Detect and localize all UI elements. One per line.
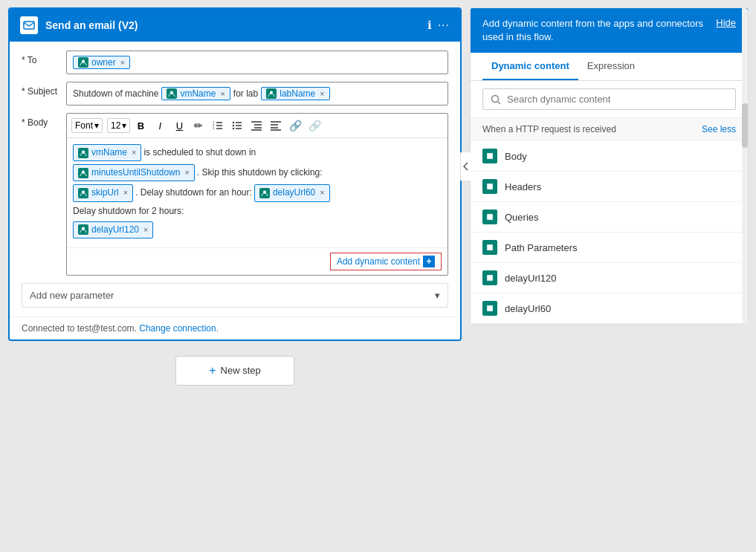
dynamic-item-delayurl120[interactable]: delayUrl120 [471,263,748,293]
body-line3-text1: . Delay shutdown for an hour: [135,186,252,200]
change-connection-link[interactable]: Change connection. [139,323,219,334]
subject-token2-label: labName [280,88,315,99]
indent-btn[interactable] [248,117,265,134]
add-param-chevron: ▾ [435,290,440,301]
body-token-minutes-close[interactable]: × [184,166,189,180]
dynamic-item-path-params-label: Path Parameters [505,242,578,253]
subject-token2[interactable]: labName × [261,87,329,100]
to-token-label: owner [91,57,116,68]
token-icon [78,168,88,178]
svg-rect-0 [24,22,34,29]
body-token-delayurl120-label: delayUrl120 [91,223,139,237]
body-line1: vmName × is scheduled to shut down in [73,144,442,161]
body-token-delayurl60[interactable]: delayUrl60 × [254,184,330,201]
ordered-list-btn[interactable]: 123 [209,117,227,134]
to-token-close[interactable]: × [120,58,125,67]
subject-field-row: * Subject Shutdown of machine vmName × f… [22,82,448,105]
subject-token2-close[interactable]: × [320,89,324,98]
bold-btn[interactable]: B [132,117,149,134]
search-area [471,81,748,118]
see-less-link[interactable]: See less [702,124,736,134]
svg-point-29 [492,95,499,102]
body-editor[interactable]: Font ▾ 12 ▾ B I U ✏ [66,113,448,276]
new-step-label: New step [221,365,261,376]
to-input[interactable]: owner × [66,51,448,74]
panel-collapse-arrow[interactable] [460,152,471,181]
highlight-btn[interactable]: ✏ [190,117,207,134]
dynamic-item-delayurl60[interactable]: delayUrl60 [471,293,748,324]
add-param-row[interactable]: Add new parameter ▾ [22,283,448,308]
body-token-delayurl60-close[interactable]: × [320,186,324,200]
body-token-delayurl120[interactable]: delayUrl120 × [73,221,153,238]
dynamic-item-headers[interactable]: Headers [471,172,748,202]
section-header: When a HTTP request is received See less [471,118,748,141]
more-icon[interactable]: ··· [438,19,450,32]
dynamic-content-panel: Add dynamic content from the apps and co… [470,7,749,325]
font-label: Font [75,120,93,131]
body-token-minutes[interactable]: minutesUntilShutdown × [73,164,195,181]
subject-input[interactable]: Shutdown of machine vmName × for lab [66,82,448,105]
to-label: * To [22,51,66,65]
body-line2: minutesUntilShutdown × . Skip this shutd… [73,164,442,181]
unlink-btn[interactable]: 🔗 [306,117,323,134]
body-line3: skipUrl × . Delay shutdown for an hour: … [73,184,442,218]
hide-button[interactable]: Hide [716,17,736,28]
search-icon [491,94,501,105]
dynamic-items-list: Body Headers Queries Path Parameters [471,141,748,324]
search-wrapper [482,88,736,110]
footer-text: Connected to test@test.com. [22,323,137,334]
scrollbar-thumb [742,103,748,148]
outdent-btn[interactable] [267,117,285,134]
email-card: Send an email (V2) ℹ ··· * To [8,7,462,341]
token-icon [78,188,88,198]
size-label: 12 [111,120,120,131]
dynamic-item-queries[interactable]: Queries [471,202,748,233]
token-icon [78,57,88,68]
body-field-row: * Body Font ▾ 12 ▾ B [22,113,448,276]
add-dynamic-section: Add dynamic content + [67,247,448,275]
svg-line-30 [498,101,501,104]
subject-static2: for lab [233,88,258,99]
info-icon[interactable]: ℹ [427,19,432,32]
body-token-vmname-close[interactable]: × [132,146,136,160]
right-panel-tabs: Dynamic content Expression [471,53,748,81]
card-body: * To owner × * Subject [10,42,460,316]
body-token-delayurl120-close[interactable]: × [143,224,148,237]
add-dynamic-label: Add dynamic content [337,256,420,267]
body-token-delayurl60-label: delayUrl60 [273,186,315,200]
unordered-list-btn[interactable] [228,117,246,134]
dynamic-item-path-params[interactable]: Path Parameters [471,233,748,263]
add-dynamic-btn[interactable]: Add dynamic content + [330,253,442,270]
tab-dynamic-content[interactable]: Dynamic content [482,53,578,80]
token-icon [78,148,88,158]
scrollbar [742,8,748,324]
link-btn[interactable]: 🔗 [286,117,304,134]
italic-btn[interactable]: I [151,117,169,134]
body-line4: delayUrl120 × [73,221,442,238]
card-title: Send an email (V2) [45,19,138,31]
new-step-button[interactable]: + New step [175,356,294,386]
dynamic-item-icon [482,179,497,194]
subject-token1-label: vmName [180,88,216,99]
body-content[interactable]: vmName × is scheduled to shut down in [67,138,448,247]
underline-btn[interactable]: U [170,117,188,134]
token-icon2 [266,88,277,99]
new-step-plus-icon: + [209,364,216,377]
font-select[interactable]: Font ▾ [71,118,103,133]
search-input[interactable] [507,94,728,105]
body-token-skipurl-close[interactable]: × [123,186,128,200]
size-select[interactable]: 12 ▾ [107,118,130,133]
subject-token1[interactable]: vmName × [161,87,230,100]
body-line1-text: is scheduled to shut down in [143,146,256,160]
svg-point-15 [233,128,234,129]
section-label: When a HTTP request is received [482,124,616,134]
body-token-minutes-label: minutesUntilShutdown [91,166,180,180]
tab-expression[interactable]: Expression [578,53,644,80]
to-token[interactable]: owner × [73,56,130,69]
body-token-skipurl[interactable]: skipUrl × [73,184,133,201]
dynamic-item-body[interactable]: Body [471,141,748,172]
body-line2-text: . Skip this shutdown by clicking: [197,166,323,180]
body-token-vmname[interactable]: vmName × [73,144,141,161]
subject-token1-close[interactable]: × [220,89,224,98]
dynamic-item-icon [482,210,497,224]
